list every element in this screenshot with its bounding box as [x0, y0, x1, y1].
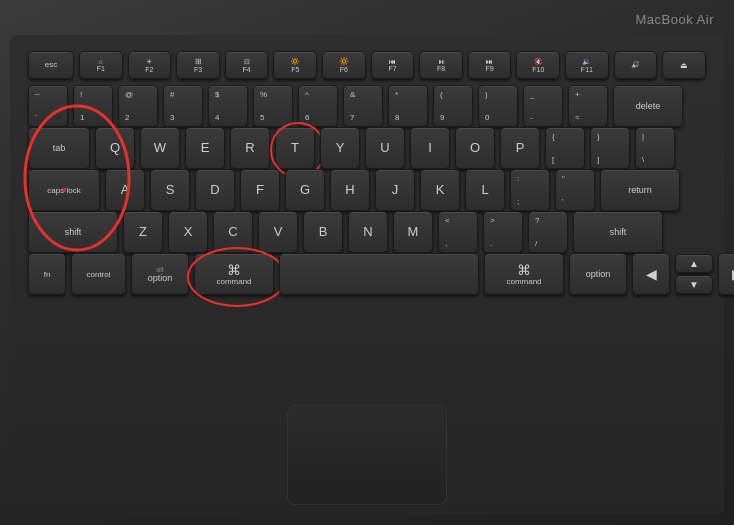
key-semicolon[interactable]: :; [510, 169, 550, 211]
key-shift-left[interactable]: shift [28, 211, 118, 253]
key-f3[interactable]: ⊞F3 [176, 51, 220, 79]
key-comma[interactable]: <, [438, 211, 478, 253]
key-shift-right[interactable]: shift [573, 211, 663, 253]
key-tab[interactable]: tab [28, 127, 90, 169]
key-w[interactable]: W [140, 127, 180, 169]
key-power[interactable]: ⏏ [662, 51, 706, 79]
key-backslash[interactable]: |\ [635, 127, 675, 169]
key-f8[interactable]: ⏯F8 [419, 51, 463, 79]
key-a[interactable]: A [105, 169, 145, 211]
key-command-left[interactable]: ⌘ command [194, 253, 274, 295]
home-key-row: caps lock A S D F G H J K L :; [28, 169, 706, 211]
key-y[interactable]: Y [320, 127, 360, 169]
qwerty-key-row: tab Q W E R T Y U I O P {[ }] |\ [28, 127, 706, 169]
key-fn[interactable]: fn [28, 253, 66, 295]
key-1[interactable]: !1 [73, 85, 113, 127]
key-option-right[interactable]: option [569, 253, 627, 295]
key-o[interactable]: O [455, 127, 495, 169]
key-f10[interactable]: 🔇F10 [516, 51, 560, 79]
fn-key-row: esc ☼F1 ☀F2 ⊞F3 ⊟F4 🔅F5 🔆F6 ⏮F7 ⏯F8 ⏭F9 … [28, 51, 706, 79]
key-t[interactable]: T [275, 127, 315, 169]
key-return[interactable]: return [600, 169, 680, 211]
key-c[interactable]: C [213, 211, 253, 253]
key-arrow-left[interactable]: ◀ [632, 253, 670, 295]
key-j[interactable]: J [375, 169, 415, 211]
key-2[interactable]: @2 [118, 85, 158, 127]
key-minus[interactable]: _- [523, 85, 563, 127]
key-s[interactable]: S [150, 169, 190, 211]
key-command-right[interactable]: ⌘ command [484, 253, 564, 295]
key-q[interactable]: Q [95, 127, 135, 169]
key-f6[interactable]: 🔆F6 [322, 51, 366, 79]
laptop-scene: MacBook Air esc ☼F1 ☀F2 ⊞F3 ⊟F4 🔅F5 🔆F6 … [0, 0, 734, 525]
key-l[interactable]: L [465, 169, 505, 211]
key-7[interactable]: &7 [343, 85, 383, 127]
trackpad[interactable] [287, 405, 447, 505]
key-f5[interactable]: 🔅F5 [273, 51, 317, 79]
key-bracket-left[interactable]: {[ [545, 127, 585, 169]
key-g[interactable]: G [285, 169, 325, 211]
key-p[interactable]: P [500, 127, 540, 169]
key-v[interactable]: V [258, 211, 298, 253]
key-i[interactable]: I [410, 127, 450, 169]
key-0[interactable]: )0 [478, 85, 518, 127]
key-arrow-down[interactable]: ▼ [675, 275, 713, 294]
key-option-left[interactable]: alt option [131, 253, 189, 295]
key-8[interactable]: *8 [388, 85, 428, 127]
macbook-label: MacBook Air [636, 12, 714, 27]
key-u[interactable]: U [365, 127, 405, 169]
key-f1[interactable]: ☼F1 [79, 51, 123, 79]
key-esc[interactable]: esc [28, 51, 74, 79]
key-n[interactable]: N [348, 211, 388, 253]
key-r[interactable]: R [230, 127, 270, 169]
key-f12[interactable]: 🔊 [614, 51, 658, 79]
bottom-key-row: fn control alt option ⌘ command ⌘ comman… [28, 253, 706, 295]
key-f2[interactable]: ☀F2 [128, 51, 172, 79]
key-capslock[interactable]: caps lock [28, 169, 100, 211]
key-f7[interactable]: ⏮F7 [371, 51, 415, 79]
key-arrow-right[interactable]: ▶ [718, 253, 734, 295]
key-slash[interactable]: ?/ [528, 211, 568, 253]
key-equals[interactable]: += [568, 85, 608, 127]
key-k[interactable]: K [420, 169, 460, 211]
key-f9[interactable]: ⏭F9 [468, 51, 512, 79]
key-6[interactable]: ^6 [298, 85, 338, 127]
key-x[interactable]: X [168, 211, 208, 253]
key-backtick[interactable]: ~` [28, 85, 68, 127]
key-3[interactable]: #3 [163, 85, 203, 127]
key-f4[interactable]: ⊟F4 [225, 51, 269, 79]
key-d[interactable]: D [195, 169, 235, 211]
key-f[interactable]: F [240, 169, 280, 211]
key-period[interactable]: >. [483, 211, 523, 253]
key-arrow-up[interactable]: ▲ [675, 254, 713, 273]
key-e[interactable]: E [185, 127, 225, 169]
key-4[interactable]: $4 [208, 85, 248, 127]
key-5[interactable]: %5 [253, 85, 293, 127]
key-m[interactable]: M [393, 211, 433, 253]
zxcv-key-row: shift Z X C V B N M <, >. ?/ shift [28, 211, 706, 253]
key-control[interactable]: control [71, 253, 126, 295]
key-z[interactable]: Z [123, 211, 163, 253]
key-9[interactable]: (9 [433, 85, 473, 127]
key-h[interactable]: H [330, 169, 370, 211]
keyboard-container: esc ☼F1 ☀F2 ⊞F3 ⊟F4 🔅F5 🔆F6 ⏮F7 ⏯F8 ⏭F9 … [22, 45, 712, 301]
key-delete[interactable]: delete [613, 85, 683, 127]
key-space[interactable] [279, 253, 479, 295]
key-quote[interactable]: "' [555, 169, 595, 211]
key-b[interactable]: B [303, 211, 343, 253]
number-key-row: ~` !1 @2 #3 $4 %5 ^6 &7 *8 (9 )0 _- += d… [28, 85, 706, 127]
key-f11[interactable]: 🔉F11 [565, 51, 609, 79]
laptop-frame: MacBook Air esc ☼F1 ☀F2 ⊞F3 ⊟F4 🔅F5 🔆F6 … [0, 0, 734, 525]
key-bracket-right[interactable]: }] [590, 127, 630, 169]
